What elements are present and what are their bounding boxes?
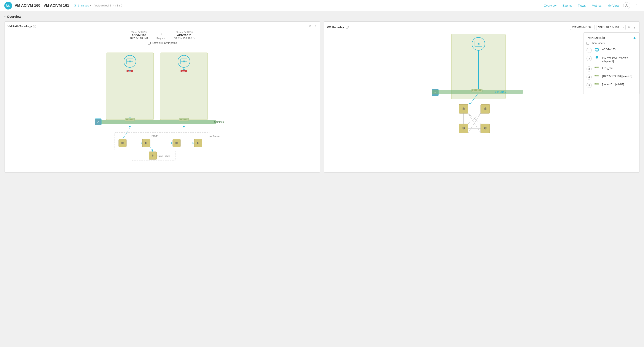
svg-text:▣: ▣ <box>129 60 131 62</box>
show-labels-row: Show labels <box>586 42 636 45</box>
network-icon <box>625 4 629 8</box>
ecmp-checkbox[interactable] <box>148 42 151 44</box>
server-endpoint: Server (NSX-V) ACIVM-161 10.255.118.186 … <box>174 31 195 40</box>
topology-svg: Common ⇄ ▣ <box>8 48 317 161</box>
svg-text:✻: ✻ <box>152 154 154 157</box>
svg-rect-137 <box>597 84 597 84</box>
topology-header: Client (NSX-V) ACIVM-160 10.255.118.178 … <box>8 31 317 47</box>
path-details-collapse-button[interactable]: ▲ <box>633 36 636 40</box>
svg-rect-44 <box>184 71 185 72</box>
svg-rect-25 <box>130 71 131 72</box>
svg-rect-138 <box>598 84 598 84</box>
svg-rect-51 <box>182 118 184 120</box>
svg-text:vlan-3160: vlan-3160 <box>495 90 506 93</box>
path-item-2: 2 [ACIVM-160]-[Network adapter 1] <box>586 56 636 63</box>
server-ip-stepper[interactable]: ⬡ <box>193 37 195 40</box>
overview-section: ▾ Overview <box>0 11 644 18</box>
svg-text:✻: ✻ <box>484 126 487 130</box>
nav-flows[interactable]: Flows <box>578 4 586 7</box>
svg-text:Common: Common <box>214 120 224 123</box>
svg-text:✻: ✻ <box>197 141 200 145</box>
path-details-title: Path Details <box>586 36 605 40</box>
svg-rect-53 <box>185 118 186 120</box>
show-labels-checkbox[interactable] <box>586 42 589 45</box>
pin-icon <box>308 24 312 28</box>
logo-icon <box>6 3 10 8</box>
overview-toggle[interactable]: ▾ Overview <box>4 15 640 18</box>
svg-rect-120 <box>596 48 598 50</box>
info-icon-right[interactable]: i <box>346 26 349 29</box>
nav-myview[interactable]: My View <box>608 4 619 7</box>
more-options-button[interactable]: ⋮ <box>633 2 640 9</box>
svg-text:✻: ✻ <box>121 141 124 145</box>
svg-line-10 <box>626 6 627 6</box>
svg-point-6 <box>626 4 627 5</box>
svg-rect-130 <box>595 75 596 76</box>
svg-rect-133 <box>598 75 598 76</box>
svg-rect-34 <box>130 118 131 120</box>
svg-rect-52 <box>184 118 185 120</box>
svg-text:▣: ▣ <box>183 60 185 62</box>
svg-rect-31 <box>126 118 127 120</box>
svg-rect-0 <box>6 4 10 6</box>
svg-text:✻: ✻ <box>462 107 465 111</box>
svg-rect-126 <box>596 67 596 68</box>
svg-point-7 <box>625 6 626 7</box>
request-box: ↔ Request <box>156 31 165 40</box>
page-title: VM ACIVM-160 - VM ACIVM-161 <box>15 4 69 8</box>
svg-rect-54 <box>186 118 187 120</box>
pin-button-left[interactable] <box>308 24 312 29</box>
right-panel-title: VM Underlay <box>327 26 344 29</box>
path-item-3: 3 EPG_160 <box>586 66 636 72</box>
svg-line-11 <box>627 6 628 6</box>
svg-point-4 <box>8 4 9 6</box>
header-actions: ⋮ <box>623 2 640 9</box>
left-panel-title: VM Path Topology <box>8 25 32 28</box>
svg-rect-125 <box>595 67 596 68</box>
path-item-4: 4 [10.255.139.160]-[vmnic8] <box>586 74 636 80</box>
info-icon-left[interactable]: i <box>33 25 36 28</box>
svg-rect-136 <box>596 84 596 84</box>
svg-rect-93 <box>478 90 478 91</box>
network-icon-button[interactable] <box>623 2 630 9</box>
svg-line-76 <box>122 128 130 139</box>
section-chevron: ▾ <box>4 15 6 18</box>
svg-rect-49 <box>180 118 181 120</box>
svg-rect-14 <box>100 120 216 124</box>
path-details-header: Path Details ▲ <box>586 36 636 40</box>
svg-rect-90 <box>474 90 474 91</box>
nav-events[interactable]: Events <box>562 4 572 7</box>
nav-metrics[interactable]: Metrics <box>592 4 602 7</box>
right-panel-header: VM Underlay i VM: ACIVM-160 ▾ VNIC: 10.2… <box>327 25 636 30</box>
svg-rect-92 <box>476 90 477 91</box>
svg-text:ECMP: ECMP <box>152 135 158 138</box>
svg-marker-58 <box>183 126 185 128</box>
time-display: 1 min ago ▾ ( Auto-refresh in 4 mins ) <box>74 4 122 7</box>
chevron-down-icon: ▾ <box>90 4 92 7</box>
svg-text:✻: ✻ <box>145 141 148 145</box>
svg-rect-89 <box>472 90 473 91</box>
svg-rect-32 <box>127 118 128 120</box>
svg-rect-132 <box>597 75 597 76</box>
svg-text:⇄: ⇄ <box>97 121 99 123</box>
svg-rect-33 <box>128 118 130 120</box>
more-options-left[interactable]: ⋮ <box>314 24 318 29</box>
overview-label: Overview <box>7 15 22 18</box>
svg-rect-95 <box>480 90 481 91</box>
link-icon-4 <box>594 74 599 77</box>
svg-point-8 <box>628 6 628 7</box>
vnic-dropdown-chevron: ▾ <box>622 26 624 28</box>
svg-rect-50 <box>181 118 182 120</box>
vm-dropdown[interactable]: VM: ACIVM-160 ▾ <box>570 25 594 30</box>
svg-rect-35 <box>131 118 132 120</box>
path-item-1: 1 ACIVM-160 <box>586 48 636 53</box>
svg-rect-23 <box>128 71 128 72</box>
vnic-dropdown[interactable]: VNIC: 10.255.118.... ▾ <box>596 25 626 30</box>
nav-overview[interactable]: Overview <box>544 4 556 7</box>
app-logo <box>4 2 12 10</box>
more-options-right[interactable]: ⋮ <box>632 25 636 30</box>
pin-button-right[interactable] <box>627 25 631 30</box>
svg-rect-128 <box>598 67 598 68</box>
svg-text:Leaf Fabric: Leaf Fabric <box>208 135 220 138</box>
right-panel: VM Underlay i VM: ACIVM-160 ▾ VNIC: 10.2… <box>324 22 640 173</box>
